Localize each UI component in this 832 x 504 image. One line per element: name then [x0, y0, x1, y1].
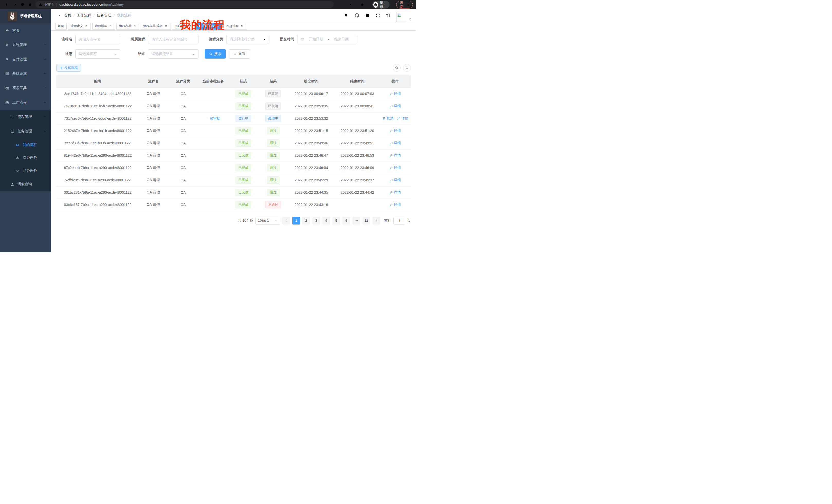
app-logo[interactable]: 芋道管理系统 — [0, 9, 51, 23]
tab-my-process[interactable]: 我的流程× — [196, 23, 222, 30]
password-key-icon[interactable] — [347, 1, 355, 8]
pager-page-11[interactable]: 11 — [363, 217, 370, 225]
font-size-icon[interactable]: тT — [386, 13, 391, 18]
close-icon[interactable]: × — [216, 24, 219, 28]
pager-page-1[interactable]: 1 — [292, 217, 300, 225]
sidebar-item-payment[interactable]: ¥支付管理 — [0, 52, 51, 66]
next-page-button[interactable] — [372, 217, 380, 225]
sidebar-item-task-manage[interactable]: 任务管理 — [0, 124, 51, 138]
close-icon[interactable]: × — [133, 24, 136, 28]
breadcrumb-item[interactable]: 首页 — [64, 13, 71, 18]
sidebar-item-workflow[interactable]: 工作流程 — [0, 95, 51, 110]
start-process-button[interactable]: 发起流程 — [56, 64, 81, 72]
reset-button[interactable]: 重置 — [229, 49, 250, 59]
tab-home[interactable]: 首页 — [55, 23, 67, 30]
process-name: OA 请假 — [147, 104, 160, 108]
status-select[interactable]: 请选择状态 — [75, 49, 120, 59]
close-icon[interactable]: × — [164, 24, 168, 28]
status-badge: 已完成 — [235, 139, 251, 147]
close-icon[interactable]: × — [240, 24, 244, 28]
tab-process-definition[interactable]: 流程定义× — [68, 23, 91, 30]
bookmark-star-icon[interactable] — [358, 1, 366, 8]
sidebar-item-home[interactable]: 首页 — [0, 23, 51, 38]
sidebar-item-done-task[interactable]: 已办任务 — [0, 164, 51, 177]
table-row: 3ad174fb-7b9d-11ec-8404-acde48001122OA 请… — [56, 88, 411, 100]
address-bar[interactable]: 不安全 dashboard.yudao.iocoder.cn/bpm/task/… — [35, 1, 334, 8]
detail-action[interactable]: 详情 — [390, 91, 401, 96]
sidebar-item-system[interactable]: 系统管理 — [0, 38, 51, 52]
tab-process-form[interactable]: 流程表单× — [116, 23, 139, 30]
help-icon[interactable] — [365, 13, 370, 18]
show-search-button[interactable] — [393, 64, 400, 72]
tab-start-process[interactable]: 发起流程× — [224, 23, 246, 30]
sidebar-item-leave-query[interactable]: 请假查询 — [0, 177, 51, 191]
result-select[interactable]: 请选择流结果 — [148, 49, 199, 59]
process-name: OA 请假 — [147, 165, 160, 170]
sidebar-item-my-process[interactable]: 我的流程 — [0, 138, 51, 151]
pager-page-2[interactable]: 2 — [302, 217, 310, 225]
pager-page-5[interactable]: 5 — [333, 217, 340, 225]
process-name-input[interactable] — [75, 35, 120, 44]
pager-page-3[interactable]: 3 — [312, 217, 320, 225]
detail-action[interactable]: 详情 — [390, 178, 401, 183]
tab-user-group[interactable]: 用户分组× — [172, 23, 194, 30]
chevron-up-icon — [44, 101, 47, 104]
detail-action[interactable]: 详情 — [390, 190, 401, 195]
end-time: 2022-01-23 00:07:03 — [341, 92, 374, 96]
pager-page-4[interactable]: 4 — [322, 217, 330, 225]
detail-action[interactable]: 详情 — [390, 141, 401, 145]
process-name: OA 请假 — [147, 129, 160, 133]
fullscreen-icon[interactable] — [375, 13, 380, 18]
end-time: 2022-01-22 23:46:53 — [341, 153, 374, 158]
sidebar-item-todo-task[interactable]: 待办任务 — [0, 151, 51, 164]
github-icon[interactable] — [354, 13, 359, 18]
reload-icon[interactable] — [19, 1, 26, 8]
incognito-icon — [373, 2, 378, 8]
pager-more[interactable]: ··· — [353, 217, 360, 225]
tab-process-form-edit[interactable]: 流程表单-编辑× — [141, 23, 171, 30]
detail-action[interactable]: 详情 — [397, 116, 408, 121]
breadcrumb-item[interactable]: 任务管理 — [97, 13, 111, 18]
prev-page-button[interactable] — [282, 217, 290, 225]
close-icon[interactable]: × — [84, 24, 88, 28]
detail-action[interactable]: 详情 — [390, 202, 401, 207]
detail-action[interactable]: 详情 — [390, 165, 401, 170]
submit-time-range-picker[interactable]: 开始日期 - 结束日期 — [297, 35, 356, 44]
detail-action[interactable]: 详情 — [390, 104, 401, 108]
search-icon[interactable] — [344, 13, 349, 18]
avatar[interactable] — [396, 12, 407, 22]
result-badge: 已取消 — [265, 90, 281, 97]
sidebar-menu: 首页系统管理¥支付管理基础设施研发工具工作流程流程管理任务管理我的流程待办任务已… — [0, 23, 51, 191]
current-task-link[interactable]: 一级审批 — [206, 116, 220, 121]
back-icon[interactable] — [3, 1, 11, 8]
sidebar-item-process-manage[interactable]: 流程管理 — [0, 110, 51, 124]
search-button[interactable]: 搜索 — [205, 49, 226, 59]
tab-process-model[interactable]: 流程模型× — [92, 23, 115, 30]
page-size-select[interactable]: 10条/页 — [255, 217, 280, 225]
cancel-action[interactable]: 取消 — [382, 116, 393, 121]
close-icon[interactable]: × — [188, 24, 192, 28]
sidebar-item-infrastructure[interactable]: 基础设施 — [0, 66, 51, 81]
category-select[interactable]: 请选择流程分类 — [226, 35, 269, 44]
user-icon — [10, 182, 15, 186]
user-avatar-menu[interactable] — [396, 12, 412, 22]
sidebar-item-dev-tools[interactable]: 研发工具 — [0, 81, 51, 95]
detail-action[interactable]: 详情 — [390, 129, 401, 133]
table-body: 3ad174fb-7b9d-11ec-8404-acde48001122OA 请… — [56, 88, 411, 211]
tab-label: 首页 — [58, 24, 64, 28]
goto-page-input[interactable] — [393, 217, 405, 225]
refresh-table-button[interactable] — [403, 64, 411, 72]
status-badge: 已完成 — [235, 127, 251, 134]
submit-time: 2022-01-22 23:46:04 — [295, 166, 328, 170]
chrome-update-button[interactable]: 更新 — [396, 1, 413, 8]
pager-page-6[interactable]: 6 — [342, 217, 350, 225]
forward-icon[interactable] — [11, 1, 19, 8]
close-icon[interactable]: × — [108, 24, 112, 28]
breadcrumb-item[interactable]: 工作流程 — [77, 13, 91, 18]
sidebar-toggle-icon[interactable] — [55, 13, 60, 18]
detail-action[interactable]: 详情 — [390, 153, 401, 158]
parent-process-input[interactable] — [148, 35, 199, 44]
sidebar-item-label: 系统管理 — [12, 43, 27, 47]
kebab-menu-icon[interactable] — [406, 3, 410, 7]
home-icon[interactable] — [26, 1, 34, 8]
